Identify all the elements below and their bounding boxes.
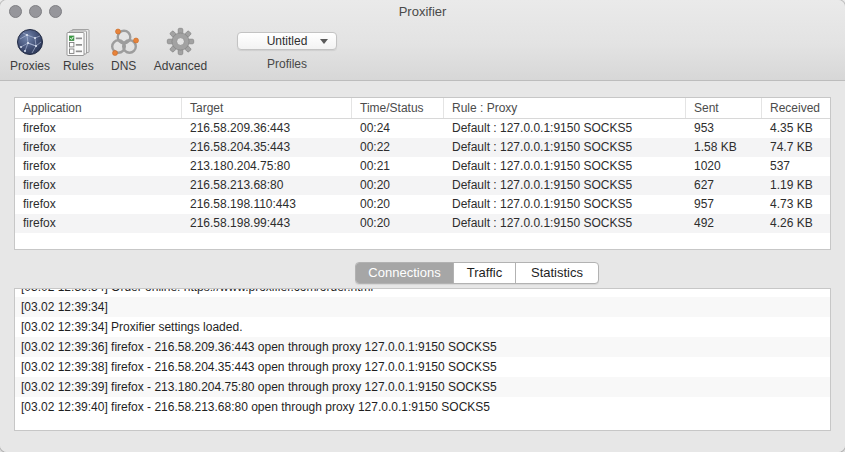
log-line: [03.02 12:39:34] [15, 297, 830, 317]
log-line: [03.02 12:39:36] firefox - 216.58.209.36… [15, 337, 830, 357]
table-cell: firefox [15, 176, 182, 195]
table-cell: Default : 127.0.0.1:9150 SOCKS5 [444, 176, 686, 195]
table-cell: 216.58.198.99:443 [182, 214, 352, 233]
table-cell: Default : 127.0.0.1:9150 SOCKS5 [444, 138, 686, 157]
table-cell: 1020 [686, 157, 762, 176]
log-lines: [03.02 12:39:34] Order online: https://w… [15, 288, 830, 417]
column-header-sent[interactable]: Sent [686, 98, 762, 118]
globe-network-icon [15, 26, 45, 57]
tab-connections[interactable]: Connections [356, 263, 454, 283]
column-header-received[interactable]: Received [762, 98, 830, 118]
table-cell: Default : 127.0.0.1:9150 SOCKS5 [444, 157, 686, 176]
table-cell: 1.58 KB [686, 138, 762, 157]
log-line: [03.02 12:39:34] Order online: https://w… [15, 288, 830, 297]
table-cell: 00:20 [352, 214, 444, 233]
table-cell: firefox [15, 138, 182, 157]
tab-traffic[interactable]: Traffic [454, 263, 516, 283]
toolbar-item-label: DNS [111, 59, 136, 73]
log-line: [03.02 12:39:39] firefox - 213.180.204.7… [15, 377, 830, 397]
toolbar-item-label: Rules [63, 59, 94, 73]
table-cell: Default : 127.0.0.1:9150 SOCKS5 [444, 195, 686, 214]
table-cell: 957 [686, 195, 762, 214]
main-content: Application Target Time/Status Rule : Pr… [0, 82, 845, 452]
profiles-group: Untitled Profiles [237, 32, 337, 71]
table-cell: Default : 127.0.0.1:9150 SOCKS5 [444, 214, 686, 233]
log-line: [03.02 12:39:38] firefox - 216.58.204.35… [15, 357, 830, 377]
table-cell: 00:22 [352, 138, 444, 157]
table-cell: firefox [15, 214, 182, 233]
table-row[interactable]: firefox216.58.213.68:8000:20Default : 12… [15, 176, 830, 195]
table-cell: 627 [686, 176, 762, 195]
toolbar-item-label: Proxies [10, 59, 50, 73]
view-tabs: Connections Traffic Statistics [355, 262, 599, 284]
proxifier-window: Proxifier [0, 0, 845, 452]
connections-rows: firefox216.58.209.36:44300:24Default : 1… [15, 119, 830, 233]
toolbar-item-label: Advanced [154, 59, 207, 73]
table-row[interactable]: firefox216.58.209.36:44300:24Default : 1… [15, 119, 830, 138]
log-panel[interactable]: [03.02 12:39:34] Order online: https://w… [14, 288, 831, 431]
table-cell: 00:20 [352, 195, 444, 214]
table-cell: 492 [686, 214, 762, 233]
column-header-rule-proxy[interactable]: Rule : Proxy [444, 98, 686, 118]
table-header: Application Target Time/Status Rule : Pr… [15, 98, 830, 119]
column-header-time-status[interactable]: Time/Status [352, 98, 444, 118]
window-title: Proxifier [0, 4, 845, 19]
table-cell: 216.58.209.36:443 [182, 119, 352, 138]
column-header-application[interactable]: Application [15, 98, 182, 118]
profiles-label: Profiles [237, 57, 337, 71]
table-cell: 216.58.213.68:80 [182, 176, 352, 195]
table-row[interactable]: firefox216.58.204.35:44300:22Default : 1… [15, 138, 830, 157]
toolbar-item-proxies[interactable]: Proxies [10, 26, 50, 73]
log-line: [03.02 12:39:40] firefox - 216.58.213.68… [15, 397, 830, 417]
table-cell: 216.58.204.35:443 [182, 138, 352, 157]
table-cell: 00:21 [352, 157, 444, 176]
table-cell: 00:20 [352, 176, 444, 195]
table-cell: 213.180.204.75:80 [182, 157, 352, 176]
toolbar-item-advanced[interactable]: Advanced [154, 26, 207, 73]
table-row[interactable]: firefox216.58.198.110:44300:20Default : … [15, 195, 830, 214]
table-cell: firefox [15, 119, 182, 138]
column-header-target[interactable]: Target [182, 98, 352, 118]
table-cell: Default : 127.0.0.1:9150 SOCKS5 [444, 119, 686, 138]
table-row[interactable]: firefox216.58.198.99:44300:20Default : 1… [15, 214, 830, 233]
gear-icon [165, 26, 196, 57]
table-cell: 4.73 KB [762, 195, 830, 214]
table-cell: firefox [15, 157, 182, 176]
toolbar-item-rules[interactable]: Rules [63, 26, 94, 73]
table-cell: 216.58.198.110:443 [182, 195, 352, 214]
table-cell: 74.7 KB [762, 138, 830, 157]
table-cell: 1.19 KB [762, 176, 830, 195]
log-line: [03.02 12:39:34] Proxifier settings load… [15, 317, 830, 337]
table-cell: 953 [686, 119, 762, 138]
dns-rings-icon [107, 26, 141, 57]
table-cell: 4.35 KB [762, 119, 830, 138]
profile-dropdown-value: Untitled [267, 34, 308, 48]
tab-statistics[interactable]: Statistics [516, 263, 598, 283]
connections-table[interactable]: Application Target Time/Status Rule : Pr… [14, 97, 831, 250]
rules-list-icon [63, 26, 93, 57]
table-cell: 537 [762, 157, 830, 176]
profile-dropdown[interactable]: Untitled [237, 32, 337, 50]
table-row[interactable]: firefox213.180.204.75:8000:21Default : 1… [15, 157, 830, 176]
table-cell: 4.26 KB [762, 214, 830, 233]
toolbar-item-dns[interactable]: DNS [107, 26, 141, 73]
table-cell: firefox [15, 195, 182, 214]
table-cell: 00:24 [352, 119, 444, 138]
toolbar: Proxies [10, 26, 207, 73]
window-header: Proxifier [0, 0, 845, 81]
chevron-down-icon [320, 39, 328, 44]
